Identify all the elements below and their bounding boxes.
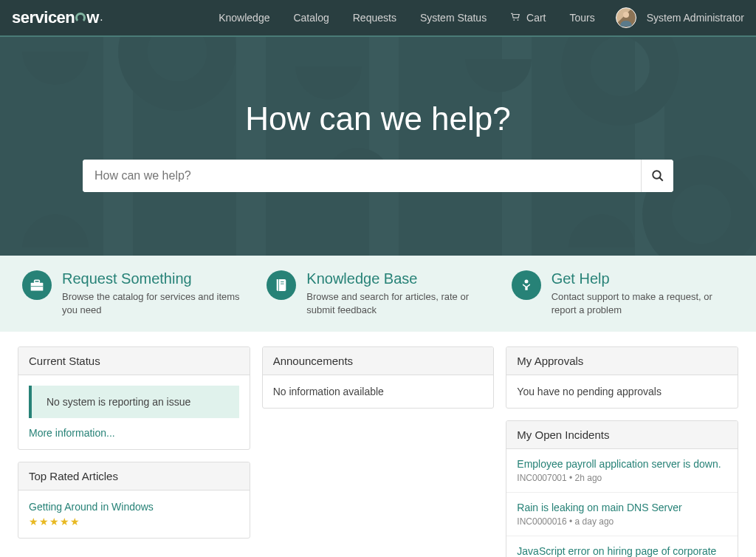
svg-point-11 xyxy=(524,280,528,284)
hero-title: How can we help? xyxy=(245,100,511,137)
avatar[interactable] xyxy=(616,7,636,28)
book-icon xyxy=(267,270,296,300)
nav-catalog[interactable]: Catalog xyxy=(283,6,339,30)
panel-header: Top Rated Articles xyxy=(18,462,250,491)
panel-header: Announcements xyxy=(263,347,494,375)
svg-rect-6 xyxy=(35,280,40,282)
svg-point-0 xyxy=(514,19,515,21)
incident-meta: INC0007001 • 2h ago xyxy=(517,473,727,483)
quick-link-request[interactable]: Request Something Browse the catalog for… xyxy=(22,270,244,317)
logo-o-icon xyxy=(75,13,86,23)
panel-body-text: You have no pending approvals xyxy=(506,375,738,408)
quick-links: Request Something Browse the catalog for… xyxy=(0,256,756,332)
svg-line-4 xyxy=(659,177,663,181)
quick-link-desc: Contact support to make a request, or re… xyxy=(551,290,734,317)
article-link[interactable]: Getting Around in Windows xyxy=(29,501,239,513)
content-grid: Current Status No system is reporting an… xyxy=(0,332,756,557)
nav-requests[interactable]: Requests xyxy=(343,6,407,30)
panel-current-status: Current Status No system is reporting an… xyxy=(18,346,250,450)
nav-tours[interactable]: Tours xyxy=(560,6,605,30)
nav-knowledge[interactable]: Knowledge xyxy=(208,6,280,30)
panel-announcements: Announcements No information available xyxy=(262,346,495,409)
incident-link[interactable]: Rain is leaking on main DNS Server xyxy=(517,502,727,513)
user-name[interactable]: System Administrator xyxy=(647,12,744,24)
panel-header: Current Status xyxy=(18,347,250,375)
logo-dot: . xyxy=(100,14,102,22)
svg-point-2 xyxy=(623,12,629,18)
quick-link-desc: Browse and search for articles, rate or … xyxy=(306,290,489,317)
quick-link-knowledge[interactable]: Knowledge Base Browse and search for art… xyxy=(267,270,489,317)
incident-meta: INC0000016 • a day ago xyxy=(517,516,727,527)
quick-link-help[interactable]: Get Help Contact support to make a reque… xyxy=(512,270,734,317)
nav-system-status[interactable]: System Status xyxy=(410,6,497,30)
top-nav: Knowledge Catalog Requests System Status… xyxy=(208,6,744,30)
quick-link-title: Knowledge Base xyxy=(306,270,489,287)
panel-body-text: No information available xyxy=(263,375,494,408)
svg-point-1 xyxy=(518,19,519,21)
hero-pattern xyxy=(0,37,756,256)
logo-text-post: w xyxy=(86,8,99,27)
star-rating-icon: ★★★★★ xyxy=(29,516,239,527)
briefcase-icon xyxy=(22,270,52,300)
more-info-link[interactable]: More information... xyxy=(29,427,115,439)
nav-cart-label: Cart xyxy=(526,12,546,24)
brand-logo[interactable]: servicenw. xyxy=(12,8,102,27)
search-input[interactable] xyxy=(83,160,641,192)
panel-header: My Open Incidents xyxy=(506,421,738,449)
incident-item: Employee payroll application server is d… xyxy=(506,449,738,493)
status-message: No system is reporting an issue xyxy=(29,386,239,418)
nav-cart[interactable]: Cart xyxy=(500,6,556,30)
search-button[interactable] xyxy=(641,160,673,192)
cart-icon xyxy=(510,12,523,24)
svg-point-3 xyxy=(653,171,661,179)
search-bar xyxy=(83,160,673,192)
search-icon xyxy=(651,169,664,182)
panel-my-approvals: My Approvals You have no pending approva… xyxy=(506,346,738,409)
hero: How can we help? xyxy=(0,37,756,256)
panel-open-incidents: My Open Incidents Employee payroll appli… xyxy=(506,420,738,557)
top-header: servicenw. Knowledge Catalog Requests Sy… xyxy=(0,0,756,37)
panel-top-rated: Top Rated Articles Getting Around in Win… xyxy=(18,462,250,539)
incident-item: JavaScript error on hiring page of corpo… xyxy=(506,536,738,557)
person-icon xyxy=(512,270,541,300)
panel-header: My Approvals xyxy=(506,347,738,375)
quick-link-title: Get Help xyxy=(551,270,734,287)
quick-link-desc: Browse the catalog for services and item… xyxy=(62,290,244,317)
logo-text-pre: servicen xyxy=(12,8,75,27)
incident-item: Rain is leaking on main DNS ServerINC000… xyxy=(506,493,738,536)
incident-link[interactable]: JavaScript error on hiring page of corpo… xyxy=(517,545,727,557)
quick-link-title: Request Something xyxy=(62,270,244,287)
incident-link[interactable]: Employee payroll application server is d… xyxy=(517,458,727,470)
